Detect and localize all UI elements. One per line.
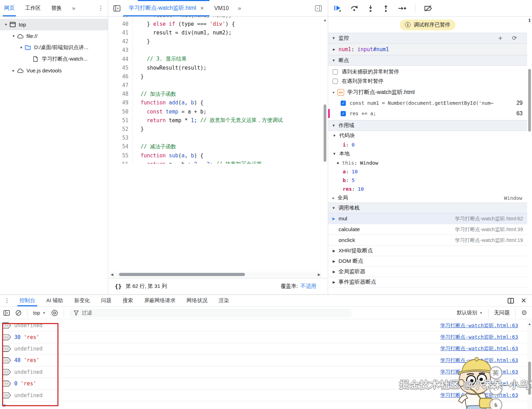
log-level-selector[interactable]: 默认级别 ▼ (457, 309, 483, 316)
clear-console-icon[interactable] (15, 310, 22, 316)
line-number[interactable]: 55 (109, 151, 133, 160)
checkbox[interactable] (333, 79, 338, 84)
line-number[interactable]: 40 (109, 19, 133, 28)
editor-tab-vm10[interactable]: VM10 (214, 5, 229, 11)
line-number[interactable]: 44 (109, 55, 133, 63)
console-source-link[interactable]: 学习打断点-watch监听.html:63 (440, 334, 518, 340)
console-source-link[interactable]: 学习打断点-watch监听.html:63 (440, 369, 518, 375)
scope-group-global[interactable]: ▸全局Window (328, 193, 527, 203)
add-watch-icon[interactable]: + (498, 35, 502, 42)
code-line[interactable]: 50 const temp = a + b; (109, 107, 323, 116)
breakpoint-gutter[interactable] (133, 63, 141, 72)
console-message-row[interactable]: ··30 'res'学习打断点-watch监听.html:63 (0, 331, 527, 343)
line-number[interactable]: 54 (109, 142, 133, 151)
line-number[interactable]: 49 (109, 99, 133, 107)
code-line[interactable]: 45 showResult(result); (109, 63, 323, 72)
editor-tab-active[interactable]: 学习打断点-watch监听.html × (123, 0, 209, 16)
breakpoint-gutter[interactable] (133, 55, 141, 63)
tree-item-file-[interactable]: ▾file:// (0, 30, 108, 42)
line-number[interactable]: 51 (109, 116, 133, 125)
code-line[interactable]: 55function sub(a, b) { (109, 151, 323, 160)
section-XHR-[interactable]: ▶XHR/提取断点 (328, 246, 527, 256)
line-number[interactable]: 50 (109, 107, 133, 116)
code-line[interactable]: 51 return temp * 1; // 故意加个无意义运算，方便调试 (109, 116, 323, 125)
console-source-link[interactable]: 学习打断点-watch监听.html:63 (440, 357, 518, 364)
section--[interactable]: ▶事件监听器断点 (328, 277, 527, 288)
scroll-thumb[interactable] (528, 362, 531, 395)
execution-context-selector[interactable]: top ▼ (33, 310, 46, 316)
scope-variable[interactable]: b:5 (328, 176, 527, 184)
line-number[interactable]: 47 (109, 81, 133, 90)
section--[interactable]: ▶全局监听器 (328, 267, 527, 277)
code-line[interactable]: 48// 加法子函数 (109, 90, 323, 99)
scroll-up-icon[interactable]: ▲ (323, 18, 327, 22)
callstack-frame-onclick[interactable]: onclick学习打断点-watch监听.html:19 (328, 235, 527, 246)
callstack-frame-calculate[interactable]: calculate学习打断点-watch监听.html:39 (328, 224, 527, 235)
scroll-down-icon[interactable]: ▼ (528, 18, 531, 292)
code-line[interactable]: 56 return a - b + 2 - 2; // 故意加冗余运算 (109, 160, 323, 164)
issues-count[interactable]: 无问题 (494, 309, 510, 316)
console-source-link[interactable]: 学习打断点-watch监听.html:63 (440, 322, 518, 329)
navigator-tab-网页[interactable]: 网页 (4, 0, 15, 16)
pause-option-row[interactable]: 在遇到异常时暂停 (328, 77, 527, 86)
vertical-scroll-thumb[interactable] (324, 104, 326, 162)
line-number[interactable]: 48 (109, 90, 133, 99)
tree-item-D-[interactable]: ▾D:/桌面/前端知识点讲... (0, 42, 108, 53)
drawer-tab-问题[interactable]: 问题 (101, 295, 111, 306)
drawer-tab-新变化[interactable]: 新变化 (74, 295, 90, 306)
resume-script-button[interactable] (334, 5, 342, 12)
console-source-link[interactable]: 学习打断点-watch监听.html:63 (440, 380, 518, 387)
code-line[interactable]: 46} (109, 72, 323, 81)
expand-caret-icon[interactable]: ▶ (337, 161, 339, 165)
scope-variable[interactable]: res:10 (328, 184, 527, 193)
callstack-frame-mul[interactable]: ➤mul学习打断点-watch监听.html:62 (328, 213, 527, 224)
console-message-row[interactable]: ··0 'res'学习打断点-watch监听.html:63 (0, 378, 527, 390)
step-button[interactable] (398, 5, 407, 12)
navigator-menu-kebab-icon[interactable]: ⋮ (98, 5, 104, 12)
breakpoint-gutter[interactable] (133, 99, 141, 107)
editor-vertical-scrollbar[interactable]: ▲ (323, 17, 327, 278)
console-message-row[interactable]: ··undefined学习打断点-watch监听.html:63 (0, 390, 527, 401)
console-message-row[interactable]: ··undefined学习打断点-watch监听.html:63 (0, 320, 527, 331)
scope-section-header[interactable]: ▼ 作用域 (328, 120, 527, 131)
more-tabs-chevron-icon[interactable]: » (72, 0, 74, 16)
scroll-right-icon[interactable]: ▶ (318, 273, 320, 276)
console-message-row[interactable]: ··undefined学习打断点-watch监听.html:63 (0, 367, 527, 378)
console-message-row[interactable]: ··undefined学习打断点-watch监听.html:63 (0, 343, 527, 355)
editor-horizontal-scrollbar[interactable]: ◀ ▶ (109, 272, 322, 278)
refresh-watch-icon[interactable]: ⟳ (512, 35, 517, 42)
callstack-section-header[interactable]: ▼ 调用堆栈 (328, 203, 527, 213)
breakpoint-gutter[interactable] (133, 116, 141, 125)
code-line[interactable]: 52} (109, 125, 323, 133)
scope-variable[interactable]: ▶this:Window (328, 158, 527, 167)
tree-caret-icon[interactable]: ▾ (18, 45, 24, 50)
console-source-link[interactable]: 学习打断点-watch监听.html:63 (440, 345, 518, 352)
deactivate-breakpoints-button[interactable] (424, 5, 433, 12)
breakpoint-gutter[interactable] (133, 160, 141, 164)
breakpoint-gutter[interactable] (133, 19, 141, 28)
tree-caret-icon[interactable]: ▾ (10, 34, 17, 38)
breakpoint-gutter[interactable] (133, 37, 141, 46)
tree-caret-icon[interactable]: ▸ (10, 68, 17, 73)
line-number[interactable]: 56 (109, 160, 133, 164)
drawer-tab-屏蔽网络请求[interactable]: 屏蔽网络请求 (144, 295, 175, 306)
scope-variable[interactable]: a:10 (328, 167, 527, 176)
drawer-tab-搜索[interactable]: 搜索 (122, 295, 133, 306)
format-braces-icon[interactable]: {} (115, 283, 121, 290)
navigator-tab-替换[interactable]: 替换 (51, 0, 62, 16)
code-line[interactable]: 40 } else if (type === 'div') { (109, 19, 323, 28)
debugger-scrollbar[interactable]: ▲ ▼ (527, 17, 532, 294)
line-number[interactable]: 42 (109, 37, 133, 46)
console-prompt[interactable]: > (0, 401, 527, 409)
breakpoint-item[interactable]: ✓res += a;63 (328, 108, 527, 119)
scroll-up-icon[interactable]: ▲ (528, 322, 531, 326)
tree-caret-icon[interactable]: ▾ (3, 22, 9, 27)
section-DOM-[interactable]: ▶DOM 断点 (328, 256, 527, 267)
breakpoints-section-header[interactable]: ▼ 断点 (328, 55, 527, 66)
line-number[interactable]: 39 (109, 17, 133, 19)
tree-item-top[interactable]: ▾top (0, 19, 108, 30)
scroll-left-icon[interactable]: ◀ (111, 273, 113, 276)
code-line[interactable]: 42 } (109, 37, 323, 46)
line-number[interactable]: 41 (109, 28, 133, 37)
live-expression-eye-icon[interactable] (51, 309, 58, 316)
